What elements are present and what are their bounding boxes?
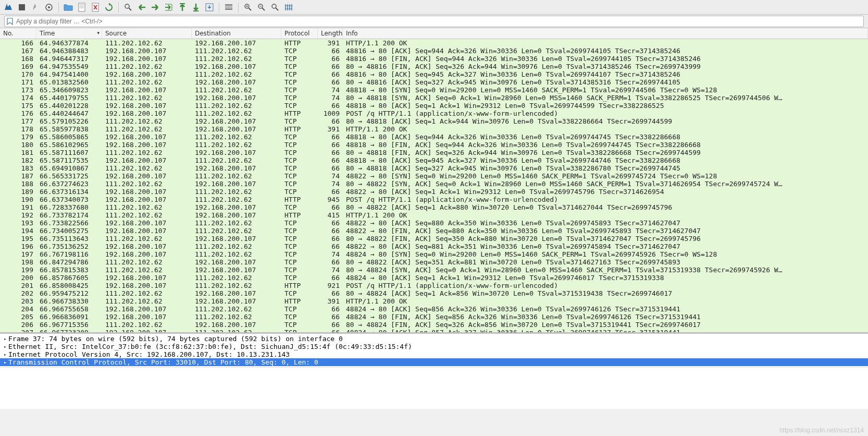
packet-row[interactable]: 17465.440179755111.202.102.62192.168.200… [0,94,868,102]
packet-row[interactable]: 18365.694910867111.202.102.62192.168.200… [0,164,868,172]
packet-row[interactable]: 18165.587111607111.202.102.62192.168.200… [0,149,868,156]
detail-ip[interactable]: ▸Internet Protocol Version 4, Src: 192.1… [0,350,868,358]
cell-info: POST /q HTTP/1.1 (application/x-www-form… [343,196,868,203]
cell-info: 80 → 48822 [ACK] Seq=351 Ack=881 Win=307… [343,258,868,266]
packet-row[interactable]: 17565.440201228192.168.200.107111.202.10… [0,102,868,110]
cell-destination: 111.202.102.62 [192,282,281,289]
cell-protocol: TCP [281,172,318,180]
zoom-in-icon[interactable] [242,1,254,14]
cell-length: 66 [318,274,343,282]
packet-row[interactable]: 19266.733782174111.202.102.62192.168.200… [0,211,868,219]
cell-no: 192 [0,211,36,219]
packet-row[interactable]: 19666.735136252192.168.200.107111.202.10… [0,243,868,250]
zoom-reset-icon[interactable] [269,1,281,14]
packet-row[interactable]: 20566.966836091192.168.200.107111.202.10… [0,313,868,321]
reload-icon[interactable] [103,1,115,14]
packet-row[interactable]: 19966.857815383111.202.102.62192.168.200… [0,266,868,274]
packet-row[interactable]: 17165.013832560111.202.102.62192.168.200… [0,78,868,86]
go-first-icon[interactable] [176,1,189,14]
packet-row[interactable]: 18265.587117535192.168.200.107111.202.10… [0,156,868,164]
cell-length: 391 [318,125,343,133]
cell-source: 192.168.200.107 [102,274,192,282]
auto-scroll-icon[interactable] [203,1,216,14]
cell-time: 66.966836091 [36,313,102,321]
filter-input-wrap[interactable] [4,16,864,27]
cell-info: 80 → 48818 [ACK] Seq=327 Ack=945 Win=309… [343,164,868,172]
packet-row[interactable]: 19766.767198116192.168.200.107111.202.10… [0,250,868,258]
detail-ethernet[interactable]: ▸Ethernet II, Src: IntelCor_37:b0:fe (3c… [0,343,868,350]
column-header-destination[interactable]: Destination [192,28,281,39]
logo-icon[interactable] [2,1,15,14]
packet-row[interactable]: 17965.586005865192.168.200.107111.202.10… [0,133,868,141]
stop-capture-icon[interactable] [16,1,28,14]
cell-no: 193 [0,219,36,227]
column-header-source[interactable]: Source [102,28,192,39]
packet-row[interactable]: 20066.857867605192.168.200.107111.202.10… [0,274,868,282]
open-file-icon[interactable] [62,1,75,14]
restart-capture-icon[interactable] [29,1,42,14]
packet-row[interactable]: 18866.637274623111.202.102.62192.168.200… [0,180,868,188]
go-last-icon[interactable] [190,1,202,14]
packet-row[interactable]: 17365.346609823192.168.200.107111.202.10… [0,86,868,94]
packet-row[interactable]: 20266.959475212111.202.102.62192.168.200… [0,289,868,297]
go-to-packet-icon[interactable] [163,1,175,14]
cell-protocol: TCP [281,55,318,63]
go-back-icon[interactable] [135,1,148,14]
packet-row[interactable]: 16664.946377874111.202.102.62192.168.200… [0,39,868,47]
packet-row[interactable]: 17765.579105226111.202.102.62192.168.200… [0,117,868,125]
packet-row[interactable]: 20766.967723208192.168.200.107111.202.10… [0,329,868,332]
cell-time: 64.947541400 [36,70,102,78]
packet-row[interactable]: 19466.734005275192.168.200.107111.202.10… [0,227,868,235]
packet-row[interactable]: 17865.585977838111.202.102.62192.168.200… [0,125,868,133]
go-forward-icon[interactable] [149,1,162,14]
cell-destination: 111.202.102.62 [192,196,281,203]
packet-row[interactable]: 16764.946388483192.168.200.107111.202.10… [0,47,868,55]
save-file-icon[interactable] [76,1,88,14]
packet-row[interactable]: 16964.947535549111.202.102.62192.168.200… [0,63,868,70]
packet-row[interactable]: 18766.565331725192.168.200.107111.202.10… [0,172,868,180]
capture-options-icon[interactable] [43,1,55,14]
packet-row[interactable]: 20466.966755658192.168.200.107111.202.10… [0,305,868,313]
column-header-no[interactable]: No. [0,28,36,39]
filter-bar [0,15,868,28]
packet-row[interactable]: 19066.637340073192.168.200.107111.202.10… [0,196,868,203]
column-header-length[interactable]: Length [318,28,343,39]
detail-tcp[interactable]: ▸Transmission Control Protocol, Src Port… [0,358,868,366]
detail-frame[interactable]: ▸Frame 37: 74 bytes on wire (592 bits), … [0,335,868,343]
cell-time: 64.946447317 [36,55,102,63]
packet-row[interactable]: 16864.946447317192.168.200.107111.202.10… [0,55,868,63]
column-header-time[interactable]: Time▾ [36,28,102,39]
cell-time: 66.735136252 [36,243,102,250]
cell-no: 198 [0,258,36,266]
packet-row[interactable]: 17665.440244647192.168.200.107111.202.10… [0,110,868,117]
bookmark-icon[interactable] [7,18,14,25]
packet-row[interactable]: 19566.735113643111.202.102.62192.168.200… [0,235,868,243]
colorize-icon[interactable] [222,1,235,14]
packet-row[interactable]: 19366.733822566192.168.200.107111.202.10… [0,219,868,227]
cell-info: 48822 → 80 [FIN, ACK] Seq=880 Ack=350 Wi… [343,227,868,235]
resize-columns-icon[interactable] [282,1,295,14]
column-header-protocol[interactable]: Protocol [281,28,318,39]
packet-row[interactable]: 20166.858008425192.168.200.107111.202.10… [0,282,868,289]
packet-row[interactable]: 17064.947541400192.168.200.107111.202.10… [0,70,868,78]
packet-row[interactable]: 19166.728337680111.202.102.62192.168.200… [0,203,868,211]
packet-rows[interactable]: 16664.946377874111.202.102.62192.168.200… [0,39,868,332]
zoom-out-icon[interactable] [255,1,268,14]
cell-time: 66.565331725 [36,172,102,180]
packet-row[interactable]: 20666.967715356111.202.102.62192.168.200… [0,321,868,329]
find-packet-icon[interactable] [122,1,134,14]
packet-row[interactable]: 20366.966738330111.202.102.62192.168.200… [0,297,868,305]
packet-row[interactable]: 18966.637316134192.168.200.107111.202.10… [0,188,868,196]
display-filter-input[interactable] [16,18,861,25]
packet-row[interactable]: 18065.586102965192.168.200.107111.202.10… [0,141,868,149]
cell-info: 48822 → 80 [ACK] Seq=881 Ack=351 Win=303… [343,243,868,250]
cell-no: 200 [0,274,36,282]
cell-info: 80 → 48816 [FIN, ACK] Seq=326 Ack=944 Wi… [343,63,868,70]
cell-destination: 111.202.102.62 [192,141,281,149]
cell-length: 66 [318,235,343,243]
close-file-icon[interactable] [89,1,102,14]
packet-row[interactable]: 19866.847294786111.202.102.62192.168.200… [0,258,868,266]
column-header-info[interactable]: Info [343,28,868,39]
cell-no: 202 [0,289,36,297]
cell-protocol: TCP [281,250,318,258]
